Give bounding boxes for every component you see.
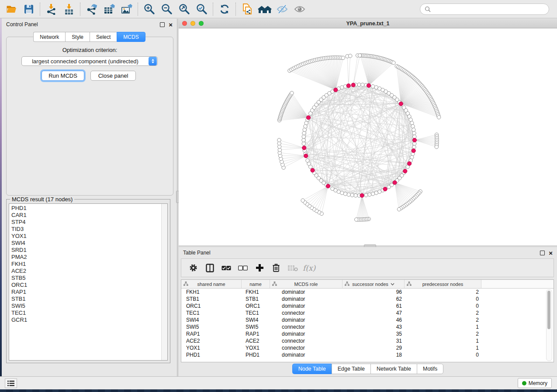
- column-header-MCDS-role[interactable]: MCDS role: [270, 280, 343, 288]
- tab-mcds[interactable]: MCDS: [117, 32, 145, 42]
- column-header-predecessor-nodes[interactable]: predecessor nodes: [405, 280, 481, 288]
- mcds-result-item[interactable]: GCR1: [9, 316, 161, 323]
- table-cell[interactable]: SWI5: [242, 323, 270, 330]
- network-window-titlebar[interactable]: YPA_prune.txt_1: [179, 19, 557, 28]
- table-cell[interactable]: dominator: [270, 316, 343, 323]
- table-cell[interactable]: RAP1: [181, 330, 242, 337]
- table-cell[interactable]: 1: [405, 337, 481, 344]
- unselect-all-columns-button[interactable]: [235, 261, 250, 275]
- tab-motifs[interactable]: Motifs: [417, 364, 443, 374]
- mcds-list-scrollbar[interactable]: [161, 204, 167, 360]
- table-cell[interactable]: SWI4: [242, 316, 270, 323]
- table-cell[interactable]: 2: [405, 289, 481, 296]
- import-network-button[interactable]: [43, 1, 60, 17]
- table-cell[interactable]: 47: [343, 309, 405, 316]
- tab-edge-table[interactable]: Edge Table: [332, 364, 370, 374]
- table-cell[interactable]: SWI4: [181, 316, 242, 323]
- open-session-button[interactable]: [3, 1, 20, 17]
- network-graph[interactable]: [179, 28, 557, 245]
- table-scrollbar-thumb[interactable]: [547, 291, 550, 329]
- table-cell[interactable]: 0: [405, 296, 481, 303]
- export-image-button[interactable]: [118, 1, 135, 17]
- table-row[interactable]: RAP1RAP1dominator352: [181, 330, 554, 337]
- table-cell[interactable]: YOX1: [242, 344, 270, 351]
- table-cell[interactable]: STB1: [181, 296, 242, 303]
- table-row[interactable]: TEC1TEC1connector472: [181, 309, 554, 316]
- show-all-button[interactable]: [291, 1, 308, 17]
- table-cell[interactable]: ORC1: [242, 303, 270, 309]
- table-panel-float-button[interactable]: [540, 251, 545, 255]
- mcds-result-item[interactable]: PHD1: [9, 205, 161, 212]
- mcds-result-item[interactable]: SWI4: [9, 240, 161, 247]
- run-mcds-button[interactable]: Run MCDS: [42, 71, 84, 81]
- search-input[interactable]: [433, 6, 544, 13]
- table-cell[interactable]: 2: [405, 316, 481, 323]
- table-cell[interactable]: ORC1: [181, 303, 242, 309]
- mcds-result-item[interactable]: ACE2: [9, 268, 161, 275]
- function-builder-button[interactable]: f(x): [303, 264, 315, 272]
- table-cell[interactable]: PHD1: [242, 351, 270, 358]
- table-scrollbar[interactable]: [546, 289, 552, 361]
- memory-button[interactable]: Memory: [518, 378, 552, 388]
- mcds-result-list[interactable]: PHD1CAR1STP4TID3YOX1SWI4SRD1PMA2FKH1ACE2…: [9, 205, 161, 360]
- tab-network-table[interactable]: Network Table: [370, 364, 417, 374]
- table-cell[interactable]: dominator: [270, 303, 343, 309]
- table-row[interactable]: ORC1ORC1dominator610: [181, 303, 554, 309]
- first-neighbors-button[interactable]: [256, 1, 273, 17]
- close-panel-button[interactable]: Close panel: [90, 71, 136, 81]
- table-row[interactable]: YOX1YOX1connector291: [181, 344, 554, 351]
- zoom-fit-button[interactable]: [176, 1, 193, 17]
- table-cell[interactable]: ACE2: [181, 337, 242, 344]
- table-row[interactable]: PHD1PHD1dominator180: [181, 351, 554, 358]
- mcds-result-item[interactable]: TID3: [9, 226, 161, 233]
- table-row[interactable]: ACE2ACE2connector311: [181, 337, 554, 344]
- table-cell[interactable]: 35: [343, 330, 405, 337]
- table-cell[interactable]: PHD1: [181, 351, 242, 358]
- table-cell[interactable]: 43: [343, 323, 405, 330]
- table-cell[interactable]: 1: [405, 344, 481, 351]
- table-cell[interactable]: 46: [343, 316, 405, 323]
- control-panel-float-button[interactable]: [160, 22, 165, 27]
- mcds-result-item[interactable]: STP4: [9, 219, 161, 226]
- table-cell[interactable]: 0: [405, 351, 481, 358]
- table-cell[interactable]: FKH1: [242, 289, 270, 296]
- mcds-result-item[interactable]: RAP1: [9, 289, 161, 296]
- tab-network[interactable]: Network: [33, 32, 65, 42]
- table-cell[interactable]: dominator: [270, 296, 343, 303]
- control-panel-close-button[interactable]: ×: [169, 22, 173, 27]
- table-cell[interactable]: 61: [343, 303, 405, 309]
- table-cell[interactable]: 2: [405, 309, 481, 316]
- save-session-button[interactable]: [20, 1, 38, 17]
- column-header-shared-name[interactable]: shared name: [181, 280, 242, 288]
- table-cell[interactable]: 0: [405, 303, 481, 309]
- table-cell[interactable]: TEC1: [242, 309, 270, 316]
- import-table-button[interactable]: [60, 1, 78, 17]
- table-row[interactable]: SWI4SWI4dominator462: [181, 316, 554, 323]
- table-cell[interactable]: FKH1: [181, 289, 242, 296]
- zoom-in-button[interactable]: [141, 1, 158, 17]
- table-cell[interactable]: 18: [343, 351, 405, 358]
- column-header-name[interactable]: name: [242, 280, 270, 288]
- network-canvas[interactable]: [179, 28, 557, 245]
- table-cell[interactable]: YOX1: [181, 344, 242, 351]
- export-network-button[interactable]: [83, 1, 100, 17]
- table-cell[interactable]: 29: [343, 344, 405, 351]
- table-cell[interactable]: connector: [270, 337, 343, 344]
- table-cell[interactable]: connector: [270, 309, 343, 316]
- mcds-result-item[interactable]: YOX1: [9, 233, 161, 240]
- table-cell[interactable]: 31: [343, 337, 405, 344]
- table-cell[interactable]: ACE2: [242, 337, 270, 344]
- mcds-result-item[interactable]: PMA2: [9, 254, 161, 261]
- mcds-result-item[interactable]: ORC1: [9, 282, 161, 289]
- delete-column-button[interactable]: [269, 261, 284, 275]
- table-cell[interactable]: connector: [270, 323, 343, 330]
- select-all-columns-button[interactable]: [219, 261, 234, 275]
- zoom-out-button[interactable]: [158, 1, 176, 17]
- show-column-panel-button[interactable]: [202, 261, 217, 275]
- table-row[interactable]: SWI5SWI5connector431: [181, 323, 554, 330]
- mcds-result-item[interactable]: STB1: [9, 296, 161, 303]
- table-cell[interactable]: connector: [270, 344, 343, 351]
- search-field[interactable]: [420, 3, 549, 15]
- create-column-button[interactable]: [252, 261, 267, 275]
- table-cell[interactable]: dominator: [270, 351, 343, 358]
